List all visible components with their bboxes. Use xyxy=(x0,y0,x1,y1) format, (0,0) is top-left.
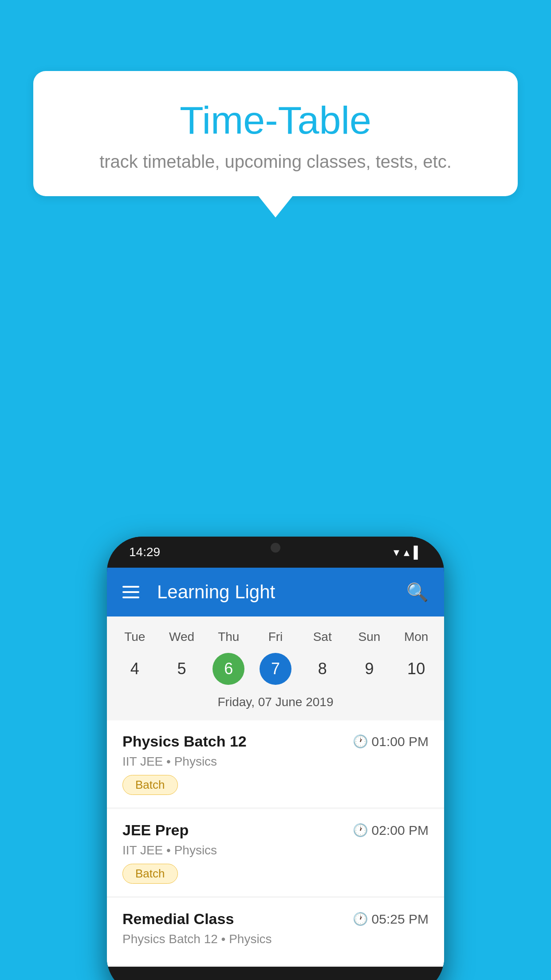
camera xyxy=(271,543,280,553)
selected-date-label: Friday, 07 June 2019 xyxy=(111,692,440,716)
date-8[interactable]: 8 xyxy=(307,653,338,685)
day-tue: Tue xyxy=(111,630,158,644)
date-9[interactable]: 9 xyxy=(353,653,385,685)
schedule-name-2: JEE Prep xyxy=(122,822,189,839)
bubble-title: Time-Table xyxy=(55,98,496,143)
day-sun: Sun xyxy=(346,630,393,644)
date-7-selected[interactable]: 7 xyxy=(260,653,291,685)
day-sat: Sat xyxy=(299,630,346,644)
speech-bubble: Time-Table track timetable, upcoming cla… xyxy=(33,71,518,196)
batch-badge-2: Batch xyxy=(122,864,178,884)
day-wed: Wed xyxy=(158,630,205,644)
schedule-item-header-1: Physics Batch 12 🕐 01:00 PM xyxy=(122,733,429,750)
date-4[interactable]: 4 xyxy=(119,653,151,685)
phone-frame: 14:29 ▾ ▴ ▌ Learning Light 🔍 xyxy=(107,537,444,980)
signal-icon: ▴ xyxy=(404,545,409,559)
clock-icon-2: 🕐 xyxy=(353,823,368,838)
day-thu: Thu xyxy=(205,630,252,644)
date-5[interactable]: 5 xyxy=(166,653,198,685)
clock-icon-3: 🕐 xyxy=(353,912,368,926)
search-button[interactable]: 🔍 xyxy=(406,582,429,603)
schedule-name-3: Remedial Class xyxy=(122,910,234,928)
schedule-meta-3: Physics Batch 12 • Physics xyxy=(122,932,429,946)
day-mon: Mon xyxy=(393,630,440,644)
status-bar: 14:29 ▾ ▴ ▌ xyxy=(107,537,444,568)
schedule-item-1[interactable]: Physics Batch 12 🕐 01:00 PM IIT JEE • Ph… xyxy=(107,720,444,807)
battery-icon: ▌ xyxy=(414,545,422,559)
schedule-item-header-2: JEE Prep 🕐 02:00 PM xyxy=(122,822,429,839)
phone-time: 14:29 xyxy=(129,545,160,559)
calendar-days-header: Tue Wed Thu Fri Sat Sun Mon xyxy=(111,625,440,648)
schedule-list: Physics Batch 12 🕐 01:00 PM IIT JEE • Ph… xyxy=(107,720,444,965)
calendar-dates: 4 5 6 7 8 9 10 xyxy=(111,648,440,692)
phone-bottom xyxy=(107,967,444,980)
phone-mockup: 14:29 ▾ ▴ ▌ Learning Light 🔍 xyxy=(107,537,444,980)
schedule-item-header-3: Remedial Class 🕐 05:25 PM xyxy=(122,910,429,928)
batch-badge-1: Batch xyxy=(122,775,178,795)
screen-content: Tue Wed Thu Fri Sat Sun Mon 4 5 6 7 8 9 … xyxy=(107,616,444,967)
schedule-time-1: 🕐 01:00 PM xyxy=(353,734,429,749)
calendar-section: Tue Wed Thu Fri Sat Sun Mon 4 5 6 7 8 9 … xyxy=(107,616,444,720)
app-bar: Learning Light 🔍 xyxy=(107,568,444,616)
app-title: Learning Light xyxy=(157,581,393,603)
date-10[interactable]: 10 xyxy=(400,653,432,685)
schedule-name-1: Physics Batch 12 xyxy=(122,733,247,750)
schedule-item-2[interactable]: JEE Prep 🕐 02:00 PM IIT JEE • Physics Ba… xyxy=(107,809,444,896)
menu-button[interactable] xyxy=(122,586,139,598)
schedule-time-3: 🕐 05:25 PM xyxy=(353,912,429,927)
clock-icon-1: 🕐 xyxy=(353,734,368,749)
schedule-meta-1: IIT JEE • Physics xyxy=(122,755,429,769)
schedule-time-2: 🕐 02:00 PM xyxy=(353,823,429,838)
date-6-today[interactable]: 6 xyxy=(213,653,244,685)
wifi-icon: ▾ xyxy=(394,545,399,559)
notch xyxy=(244,537,307,559)
bubble-subtitle: track timetable, upcoming classes, tests… xyxy=(55,152,496,172)
schedule-item-3[interactable]: Remedial Class 🕐 05:25 PM Physics Batch … xyxy=(107,898,444,965)
status-icons: ▾ ▴ ▌ xyxy=(394,545,422,559)
schedule-meta-2: IIT JEE • Physics xyxy=(122,843,429,858)
day-fri: Fri xyxy=(252,630,299,644)
